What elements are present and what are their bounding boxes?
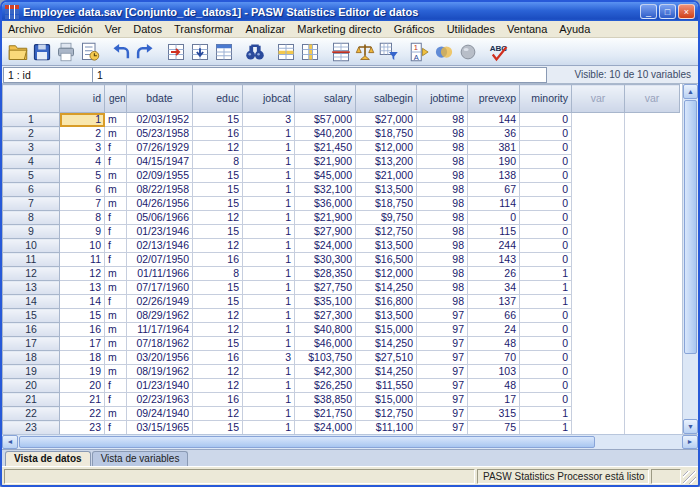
- cell-id-8[interactable]: 8: [60, 211, 105, 225]
- cell-salbegin-15[interactable]: $13,500: [356, 309, 417, 323]
- cell-salary-22[interactable]: $21,750: [295, 407, 356, 421]
- cell-jobtime-18[interactable]: 97: [417, 351, 468, 365]
- scroll-down-icon[interactable]: ▼: [683, 419, 698, 434]
- cell-minority-2[interactable]: 0: [520, 127, 572, 141]
- cell-var1-23[interactable]: [572, 421, 625, 435]
- cell-id-7[interactable]: 7: [60, 197, 105, 211]
- tab-data-view[interactable]: Vista de datos: [5, 451, 91, 466]
- row-header-9[interactable]: 9: [3, 225, 60, 239]
- cell-gender-22[interactable]: m: [105, 407, 127, 421]
- close-button[interactable]: ×: [678, 4, 695, 19]
- find-icon[interactable]: [243, 40, 267, 64]
- cell-var1-11[interactable]: [572, 253, 625, 267]
- row-header-23[interactable]: 23: [3, 421, 60, 435]
- cell-var1-3[interactable]: [572, 141, 625, 155]
- cell-var2-22[interactable]: [625, 407, 680, 421]
- cell-educ-13[interactable]: 15: [193, 281, 243, 295]
- menu-ayuda[interactable]: Ayuda: [553, 22, 596, 36]
- cell-prevexp-14[interactable]: 137: [468, 295, 520, 309]
- cell-educ-16[interactable]: 12: [193, 323, 243, 337]
- cell-salbegin-14[interactable]: $16,800: [356, 295, 417, 309]
- row-header-17[interactable]: 17: [3, 337, 60, 351]
- cell-minority-18[interactable]: 0: [520, 351, 572, 365]
- cell-jobcat-7[interactable]: 1: [243, 197, 295, 211]
- cell-var2-16[interactable]: [625, 323, 680, 337]
- cell-jobtime-17[interactable]: 97: [417, 337, 468, 351]
- cell-prevexp-2[interactable]: 36: [468, 127, 520, 141]
- cell-id-17[interactable]: 17: [60, 337, 105, 351]
- row-header-20[interactable]: 20: [3, 379, 60, 393]
- cell-var2-17[interactable]: [625, 337, 680, 351]
- cell-jobcat-11[interactable]: 1: [243, 253, 295, 267]
- cell-bdate-22[interactable]: 09/24/1940: [127, 407, 193, 421]
- cell-educ-1[interactable]: 15: [193, 113, 243, 127]
- cell-bdate-21[interactable]: 02/23/1963: [127, 393, 193, 407]
- cell-bdate-13[interactable]: 07/17/1960: [127, 281, 193, 295]
- cell-educ-10[interactable]: 12: [193, 239, 243, 253]
- cell-salbegin-4[interactable]: $13,200: [356, 155, 417, 169]
- menu-utilidades[interactable]: Utilidades: [441, 22, 501, 36]
- cell-prevexp-10[interactable]: 244: [468, 239, 520, 253]
- cell-bdate-9[interactable]: 01/23/1946: [127, 225, 193, 239]
- cell-salbegin-7[interactable]: $18,750: [356, 197, 417, 211]
- column-header-minority[interactable]: minority: [520, 85, 572, 113]
- cell-salbegin-8[interactable]: $9,750: [356, 211, 417, 225]
- cell-educ-20[interactable]: 12: [193, 379, 243, 393]
- use-sets-icon[interactable]: [432, 40, 456, 64]
- row-header-16[interactable]: 16: [3, 323, 60, 337]
- cell-bdate-14[interactable]: 02/26/1949: [127, 295, 193, 309]
- cell-prevexp-17[interactable]: 48: [468, 337, 520, 351]
- cell-minority-19[interactable]: 0: [520, 365, 572, 379]
- column-header-id[interactable]: id: [60, 85, 105, 113]
- weight-cases-icon[interactable]: [353, 40, 377, 64]
- cell-salary-17[interactable]: $46,000: [295, 337, 356, 351]
- cell-bdate-11[interactable]: 02/07/1950: [127, 253, 193, 267]
- cell-minority-12[interactable]: 1: [520, 267, 572, 281]
- cell-jobcat-4[interactable]: 1: [243, 155, 295, 169]
- scroll-left-icon[interactable]: ◄: [2, 435, 18, 449]
- cell-minority-8[interactable]: 0: [520, 211, 572, 225]
- cell-var1-19[interactable]: [572, 365, 625, 379]
- cell-var1-14[interactable]: [572, 295, 625, 309]
- cell-gender-23[interactable]: f: [105, 421, 127, 435]
- cell-bdate-23[interactable]: 03/15/1965: [127, 421, 193, 435]
- cell-jobcat-12[interactable]: 1: [243, 267, 295, 281]
- cell-jobcat-22[interactable]: 1: [243, 407, 295, 421]
- row-header-13[interactable]: 13: [3, 281, 60, 295]
- cell-bdate-7[interactable]: 04/26/1956: [127, 197, 193, 211]
- cell-var1-8[interactable]: [572, 211, 625, 225]
- cell-educ-17[interactable]: 15: [193, 337, 243, 351]
- column-header-salbegin[interactable]: salbegin: [356, 85, 417, 113]
- cell-salary-16[interactable]: $40,800: [295, 323, 356, 337]
- cell-bdate-20[interactable]: 01/23/1940: [127, 379, 193, 393]
- cell-var2-10[interactable]: [625, 239, 680, 253]
- cell-jobcat-10[interactable]: 1: [243, 239, 295, 253]
- cell-salary-8[interactable]: $21,900: [295, 211, 356, 225]
- cell-salbegin-11[interactable]: $16,500: [356, 253, 417, 267]
- print-icon[interactable]: [54, 40, 78, 64]
- cell-educ-5[interactable]: 15: [193, 169, 243, 183]
- cell-salbegin-5[interactable]: $21,000: [356, 169, 417, 183]
- cell-gender-12[interactable]: m: [105, 267, 127, 281]
- cell-gender-16[interactable]: m: [105, 323, 127, 337]
- cell-jobtime-13[interactable]: 98: [417, 281, 468, 295]
- cell-gender-15[interactable]: m: [105, 309, 127, 323]
- cell-educ-23[interactable]: 15: [193, 421, 243, 435]
- cell-var1-22[interactable]: [572, 407, 625, 421]
- cell-salbegin-1[interactable]: $27,000: [356, 113, 417, 127]
- cell-prevexp-16[interactable]: 24: [468, 323, 520, 337]
- cell-id-15[interactable]: 15: [60, 309, 105, 323]
- cell-id-2[interactable]: 2: [60, 127, 105, 141]
- cell-id-20[interactable]: 20: [60, 379, 105, 393]
- cell-jobtime-20[interactable]: 97: [417, 379, 468, 393]
- save-icon[interactable]: [30, 40, 54, 64]
- cell-jobtime-1[interactable]: 98: [417, 113, 468, 127]
- cell-var1-2[interactable]: [572, 127, 625, 141]
- cell-bdate-18[interactable]: 03/20/1956: [127, 351, 193, 365]
- cell-gender-10[interactable]: f: [105, 239, 127, 253]
- cell-jobcat-21[interactable]: 1: [243, 393, 295, 407]
- cell-salary-7[interactable]: $36,000: [295, 197, 356, 211]
- cell-var2-4[interactable]: [625, 155, 680, 169]
- cell-bdate-2[interactable]: 05/23/1958: [127, 127, 193, 141]
- cell-bdate-17[interactable]: 07/18/1962: [127, 337, 193, 351]
